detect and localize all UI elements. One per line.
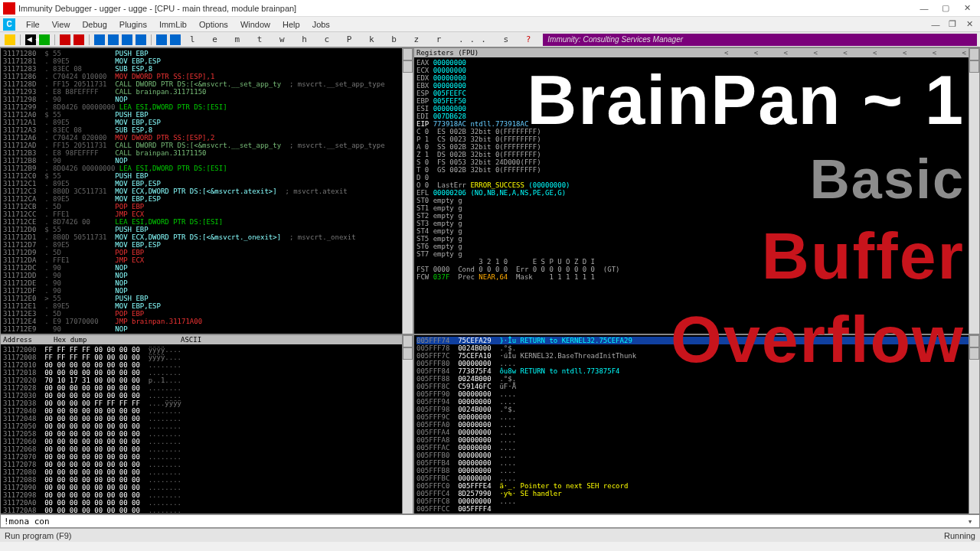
register-line[interactable]: FST 0000 Cond 0 0 0 0 Err 0 0 0 0 0 0 0 … <box>416 266 977 273</box>
command-bar[interactable]: ▾ <box>0 514 980 528</box>
stack-line[interactable]: 005FFFA4 00000000 .... <box>416 429 977 436</box>
dump-line[interactable]: 31172018 00 00 00 00 00 00 00 00 .......… <box>3 369 410 377</box>
register-line[interactable]: ST0 empty g <box>416 197 977 204</box>
step-into-icon[interactable] <box>94 34 105 45</box>
register-line[interactable]: ST6 empty g <box>416 243 977 250</box>
disasm-line[interactable]: 311712DA . FFE1 JMP ECX <box>3 256 410 264</box>
mdi-minimize-button[interactable]: — <box>928 19 943 30</box>
stack-line[interactable]: 005FFFC4 8D257990 ·y%· SE handler <box>416 490 977 497</box>
register-line[interactable]: EDI 007DB628 <box>416 112 977 120</box>
disasm-line[interactable]: 31171299 . 8D0426 00000000 LEA ESI,DWORD… <box>3 103 410 111</box>
hexdump-pane[interactable]: Address Hex dump ASCII 31172000 FF FF FF… <box>0 334 413 514</box>
disasm-line[interactable]: 311712A1 . 89E5 MOV EBP,ESP <box>3 119 410 126</box>
disasm-line[interactable]: 311712CB . 5D POP EBP <box>3 203 410 210</box>
stack-line[interactable]: 005FFF94 00000000 .... <box>416 398 977 406</box>
dump-line[interactable]: 31172068 00 00 00 00 00 00 00 00 .......… <box>3 445 410 453</box>
register-line[interactable]: ST7 empty g <box>416 250 977 258</box>
disasm-line[interactable]: 311712E0 > 55 PUSH EBP <box>3 295 410 302</box>
stack-line[interactable]: 005FFFA0 00000000 .... <box>416 421 977 429</box>
minimize-button[interactable]: — <box>914 2 934 15</box>
disasm-line[interactable]: 31171298 . 90 NOP <box>3 96 410 103</box>
stack-line[interactable]: 005FFFBC 00000000 .... <box>416 474 977 482</box>
stack-line[interactable]: 005FFF88 0024B000 .°$. <box>416 375 977 383</box>
disasm-line[interactable]: 31171286 . C70424 010000 MOV DWORD PTR S… <box>3 73 410 80</box>
disasm-line[interactable]: 311712E1 . 89E5 MOV EBP,ESP <box>3 302 410 310</box>
register-line[interactable]: EIP 773918AC ntdll.773918AC <box>416 120 977 128</box>
register-line[interactable]: EDX 00000000 <box>416 74 977 82</box>
disasm-line[interactable]: 311712DE . 90 NOP <box>3 279 410 287</box>
menu-plugins[interactable]: Plugins <box>113 18 153 31</box>
register-line[interactable]: FCW 037F Prec NEAR,64 Mask 1 1 1 1 1 1 <box>416 273 977 281</box>
trace-over-icon[interactable] <box>136 34 146 45</box>
disasm-line[interactable]: 311712D9 . 5D POP EBP <box>3 249 410 256</box>
disasm-line[interactable]: 311712A6 . C70424 020000 MOV DWORD PTR S… <box>3 134 410 142</box>
dump-line[interactable]: 31172090 00 00 00 00 00 00 00 00 .......… <box>3 484 410 491</box>
run-till-return-icon[interactable] <box>156 34 167 45</box>
stack-line[interactable]: 005FFF8C C59146FC üF·Å <box>416 383 977 390</box>
register-line[interactable]: O 0 LastErr ERROR_SUCCESS (00000000) <box>416 181 977 189</box>
disasm-line[interactable]: 311712C1 . 89E5 MOV EBP,ESP <box>3 180 410 187</box>
trace-into-icon[interactable] <box>122 34 132 45</box>
stack-line[interactable]: 005FFF80 00000000 .... <box>416 360 977 367</box>
dump-line[interactable]: 31172048 00 00 00 00 00 00 00 00 .......… <box>3 415 410 422</box>
dump-line[interactable]: 31172010 00 00 00 00 00 00 00 00 .......… <box>3 361 410 369</box>
menu-immlib[interactable]: ImmLib <box>153 18 193 31</box>
stack-line[interactable]: 005FFF74 75CEFA29 }·Îu RETURN to KERNEL3… <box>416 337 977 344</box>
register-line[interactable]: ST5 empty g <box>416 235 977 243</box>
dump-line[interactable]: 31172030 00 00 00 00 00 00 00 00 .......… <box>3 392 410 399</box>
scrollbar[interactable] <box>969 335 979 514</box>
menu-help[interactable]: Help <box>276 18 306 31</box>
disasm-line[interactable]: 31171293 . E8 B8FEFFFF CALL brainpan.311… <box>3 88 410 96</box>
register-line[interactable]: Z 1 DS 002B 32bit 0(FFFFFFFF) <box>416 151 977 158</box>
disasm-line[interactable]: 311712D0 $ 55 PUSH EBP <box>3 226 410 233</box>
disasm-line[interactable]: 311712B3 . E8 98FEFFFF CALL brainpan.311… <box>3 149 410 157</box>
dump-line[interactable]: 31172008 FF FF FF FF 00 00 00 00 ÿÿÿÿ...… <box>3 354 410 361</box>
step-over-icon[interactable] <box>108 34 119 45</box>
register-line[interactable]: ESI 00000000 <box>416 105 977 112</box>
menu-options[interactable]: Options <box>193 18 234 31</box>
play-icon[interactable] <box>39 34 50 45</box>
dump-line[interactable]: 31172050 00 00 00 00 00 00 00 00 .......… <box>3 422 410 430</box>
dump-line[interactable]: 31172040 00 00 00 00 00 00 00 00 .......… <box>3 407 410 415</box>
stack-line[interactable]: 005FFFAC 00000000 .... <box>416 444 977 452</box>
disasm-line[interactable]: 311712D1 . 8B0D 50511731 MOV ECX,DWORD P… <box>3 233 410 241</box>
dump-line[interactable]: 31172000 FF FF FF FF 00 00 00 00 ÿÿÿÿ...… <box>3 346 410 354</box>
menu-debug[interactable]: Debug <box>76 18 113 31</box>
command-dropdown-icon[interactable]: ▾ <box>964 517 976 527</box>
stack-line[interactable]: 005FFF98 0024B000 .°$. <box>416 406 977 413</box>
stack-line[interactable]: 005FFF9C 00000000 .... <box>416 413 977 421</box>
disasm-line[interactable]: 31171283 . 83EC 08 SUB ESP,8 <box>3 65 410 73</box>
disasm-line[interactable]: 311712E9 90 NOP <box>3 325 410 333</box>
dump-line[interactable]: 31172078 00 00 00 00 00 00 00 00 .......… <box>3 461 410 468</box>
dump-line[interactable]: 31172060 00 00 00 00 00 00 00 00 .......… <box>3 438 410 445</box>
dump-line[interactable]: 31172028 00 00 00 00 00 00 00 00 .......… <box>3 384 410 392</box>
register-line[interactable]: EAX 00000000 <box>416 59 977 67</box>
stack-line[interactable]: 005FFFC8 00000000 .... <box>416 497 977 505</box>
disasm-line[interactable]: 311712C3 . 8B0D 3C511731 MOV ECX,DWORD P… <box>3 187 410 195</box>
register-line[interactable]: D 0 <box>416 174 977 181</box>
register-line[interactable]: EBX 00000000 <box>416 82 977 90</box>
register-line[interactable]: C 0 ES 002B 32bit 0(FFFFFFFF) <box>416 128 977 135</box>
disassembly-pane[interactable]: 31171280 $ 55 PUSH EBP31171281 . 89E5 MO… <box>0 47 413 334</box>
register-line[interactable]: ESP 005FEEFC <box>416 90 977 97</box>
pause-icon[interactable] <box>60 34 70 45</box>
stack-line[interactable]: 005FFFA8 00000000 .... <box>416 436 977 444</box>
goto-icon[interactable] <box>170 34 181 45</box>
stack-line[interactable]: 005FFFCC 005FFFF4 <box>416 505 977 513</box>
register-line[interactable]: EBP 005FEF50 <box>416 97 977 105</box>
register-line[interactable]: P 1 CS 0023 32bit 0(FFFFFFFF) <box>416 135 977 143</box>
stack-line[interactable]: 005FFF78 0024B000 .°$. <box>416 344 977 352</box>
registers-tabs[interactable]: < < < < < < < < < <box>724 49 977 57</box>
dump-line[interactable]: 311720A8 00 00 00 00 00 00 00 00 .......… <box>3 507 410 514</box>
dump-line[interactable]: 31172088 00 00 00 00 00 00 00 00 .......… <box>3 476 410 484</box>
quick-window-letters[interactable]: l e m t w h c P k b z r ... s ? <box>190 34 537 44</box>
menu-view[interactable]: View <box>46 18 77 31</box>
disasm-line[interactable]: 311712B8 . 90 NOP <box>3 157 410 165</box>
command-input[interactable] <box>4 517 964 527</box>
dump-line[interactable]: 31172098 00 00 00 00 00 00 00 00 .......… <box>3 491 410 499</box>
disasm-line[interactable]: 3117128D . FF15 20511731 CALL DWORD PTR … <box>3 80 410 88</box>
dump-line[interactable]: 31172070 00 00 00 00 00 00 00 00 .......… <box>3 453 410 461</box>
stack-line[interactable]: 005FFF84 773875F4 ôu8w RETURN to ntdll.7… <box>416 367 977 375</box>
dump-line[interactable]: 31172058 00 00 00 00 00 00 00 00 .......… <box>3 430 410 438</box>
stack-line[interactable]: 005FFFB4 00000000 .... <box>416 459 977 467</box>
